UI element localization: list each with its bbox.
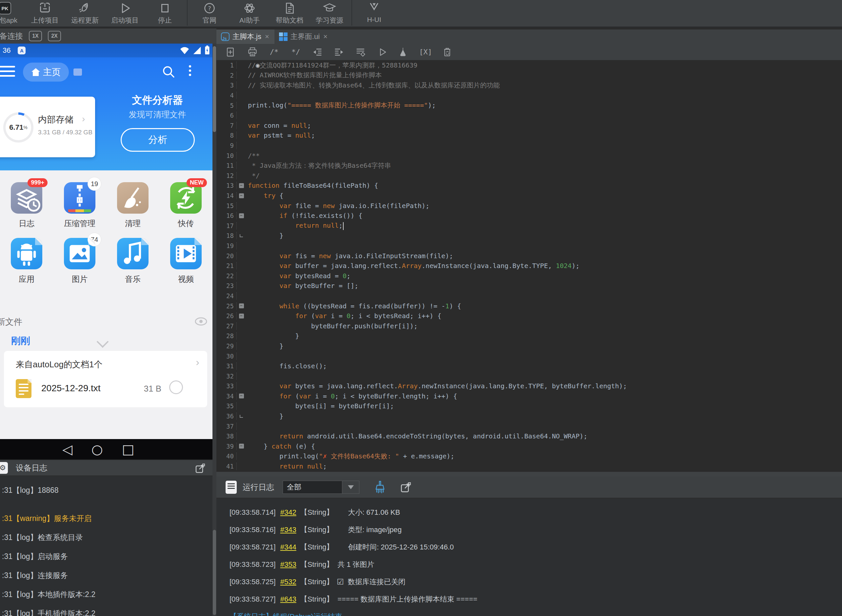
code-line[interactable]: 3// 实现读取本地图片、转换为Base64、上传到数据库、以及从数据库还原图片…	[216, 80, 842, 91]
expand-chevron-icon[interactable]	[97, 336, 109, 348]
code-line[interactable]: 38 return android.util.Base64.encodeToSt…	[216, 431, 842, 441]
popout-icon[interactable]	[195, 463, 205, 473]
toolbar-item-ai-assistant[interactable]: AI助手	[229, 0, 269, 28]
code-line[interactable]: 34− for (var i = 0; i < byteBuffer.lengt…	[216, 391, 842, 401]
code-line[interactable]: 21 var buffer = java.lang.reflect.Array.…	[216, 261, 842, 271]
log-id-link[interactable]: #532	[280, 578, 297, 586]
code-line[interactable]: 22 var bytesRead = 0;	[216, 271, 842, 281]
app-快传[interactable]: NEW快传	[159, 173, 213, 229]
log-filter-select[interactable]: 全部	[283, 481, 342, 494]
code-line[interactable]: 29 }	[216, 341, 842, 351]
code-line[interactable]: 19	[216, 241, 842, 251]
code-line[interactable]: 24	[216, 291, 842, 301]
search-icon[interactable]	[161, 65, 176, 79]
code-line[interactable]: 15 var file = new java.io.File(filePath)…	[216, 201, 842, 211]
code-line[interactable]: 14− try {	[216, 191, 842, 201]
code-line[interactable]: 33 var bytes = java.lang.reflect.Array.n…	[216, 381, 842, 391]
code-line[interactable]: 5print.log("===== 数据库图片上传操作脚本开始 =====");	[216, 100, 842, 110]
code-line[interactable]: 40 print.log("✗ 文件转Base64失败: " + e.messa…	[216, 451, 842, 461]
editor-horizontal-scrollbar[interactable]	[216, 472, 842, 477]
code-line[interactable]: 11 * Java原生方法：将文件转换为Base64字符串	[216, 161, 842, 171]
test-flask-icon[interactable]	[397, 45, 410, 59]
code-line[interactable]: 41 return null;	[216, 461, 842, 471]
log-id-link[interactable]: #343	[280, 525, 297, 534]
code-line[interactable]: 12 */	[216, 171, 842, 181]
format-code-icon[interactable]	[354, 45, 367, 59]
menu-icon[interactable]	[0, 66, 15, 80]
comment-start-icon[interactable]: /*	[267, 45, 281, 59]
new-file-icon[interactable]	[224, 45, 237, 59]
fold-collapse-icon[interactable]: −	[239, 444, 244, 449]
file-group-card[interactable]: 来自autoLog的文档1个 › 2025-12-29.txt 31 B	[4, 351, 207, 407]
toolbar-item-website[interactable]: ?官网	[190, 0, 229, 28]
code-line[interactable]: 20 var fis = new java.io.FileInputStream…	[216, 251, 842, 261]
log-id-link[interactable]: #353	[280, 560, 297, 569]
scrollbar-thumb[interactable]	[213, 46, 216, 132]
pics-app-icon[interactable]: 74	[64, 238, 96, 269]
code-line[interactable]: 16− if (!file.exists()) {	[216, 211, 842, 221]
code-line[interactable]: 25− while ((bytesRead = fis.read(buffer)…	[216, 301, 842, 311]
indent-icon[interactable]	[332, 45, 345, 59]
code-line[interactable]: 28 }	[216, 331, 842, 341]
toolbar-item-learning[interactable]: 学习资源	[310, 0, 350, 28]
app-音乐[interactable]: 音乐	[106, 229, 159, 285]
code-line[interactable]: 35 bytes[i] = byteBuffer[i];	[216, 401, 842, 411]
fold-collapse-icon[interactable]: −	[239, 193, 244, 198]
tab-主脚本.js[interactable]: 主脚本.js×	[216, 29, 275, 44]
scrollbar-thumb[interactable]	[213, 530, 216, 615]
code-line[interactable]: 26− for (var i = 0; i < bytesRead; i++) …	[216, 311, 842, 321]
clear-log-broom-icon[interactable]	[375, 481, 386, 494]
code-line[interactable]: 10/**	[216, 150, 842, 161]
code-line[interactable]: 1//◉交流QQ群711841924群一，苹果内测群，528816639	[216, 60, 842, 70]
code-line[interactable]: 37	[216, 421, 842, 431]
comment-end-icon[interactable]: */	[289, 45, 302, 59]
code-line[interactable]: 8var pstmt = null;	[216, 131, 842, 141]
code-line[interactable]: 4	[216, 91, 842, 101]
code-line[interactable]: 32	[216, 371, 842, 381]
log-app-icon[interactable]: 999+	[11, 182, 42, 214]
toolbar-item-stop-project[interactable]: 停止	[145, 0, 185, 28]
chevron-right-icon[interactable]: ›	[196, 356, 199, 368]
clear-trash-icon[interactable]	[441, 45, 454, 59]
code-line[interactable]: 13−function fileToBase64(filePath) {	[216, 180, 842, 191]
code-line[interactable]: 31 fis.close();	[216, 361, 842, 371]
file-select-circle[interactable]	[169, 380, 183, 394]
variables-icon[interactable]: [X]	[419, 45, 432, 59]
app-应用[interactable]: 应用	[0, 229, 53, 285]
toolbar-item-remote-update[interactable]: 远程更新	[65, 0, 105, 28]
code-line[interactable]: 39− } catch (e) {	[216, 441, 842, 452]
music-app-icon[interactable]	[117, 238, 148, 269]
run-log-list[interactable]: [09:33:58.714]#342【String】大小: 671.06 KB[…	[216, 499, 842, 616]
code-line[interactable]: 9	[216, 141, 842, 151]
log-id-link[interactable]: #344	[280, 543, 297, 551]
log-id-link[interactable]: #643	[280, 595, 297, 604]
print-icon[interactable]	[246, 45, 259, 59]
apps-app-icon[interactable]	[11, 238, 42, 269]
close-icon[interactable]: ×	[264, 32, 270, 41]
toolbar-item-help-docs[interactable]: 帮助文档	[269, 0, 310, 28]
video-app-icon[interactable]	[170, 238, 202, 269]
analyze-button[interactable]: 分析	[120, 128, 195, 152]
code-line[interactable]: 17 return null;	[216, 221, 842, 231]
code-editor[interactable]: 1//◉交流QQ群711841924群一，苹果内测群，5288166392// …	[216, 60, 842, 472]
code-line[interactable]: 27 byteBuffer.push(buffer[i]);	[216, 321, 842, 331]
app-压缩管理[interactable]: 19压缩管理	[53, 173, 106, 229]
code-line[interactable]: 7var conn = null;	[216, 120, 842, 131]
log-id-link[interactable]: #342	[280, 508, 297, 517]
toolbar-item-h-ui[interactable]: H-UI	[354, 0, 394, 28]
code-line[interactable]: 18 }	[216, 231, 842, 241]
left-scrollbar[interactable]	[213, 44, 216, 616]
scale-1x-button[interactable]: 1X	[29, 31, 42, 41]
file-row[interactable]: 2025-12-29.txt 31 B	[16, 378, 197, 401]
tab-thumbnail[interactable]	[73, 69, 82, 76]
fold-collapse-icon[interactable]: −	[239, 183, 244, 188]
toolbar-item-package-apk[interactable]: PK打包apk	[0, 0, 25, 28]
fold-collapse-icon[interactable]: −	[239, 314, 244, 318]
home-tab[interactable]: 主页	[23, 63, 69, 82]
eye-icon[interactable]	[195, 317, 207, 326]
run-icon[interactable]	[376, 45, 389, 59]
nav-recents-button[interactable]: □	[122, 442, 134, 457]
code-line[interactable]: 23 var byteBuffer = [];	[216, 281, 842, 291]
nav-back-button[interactable]: ◁	[62, 442, 72, 457]
toolbar-item-upload-project[interactable]: 上传项目	[25, 0, 65, 28]
